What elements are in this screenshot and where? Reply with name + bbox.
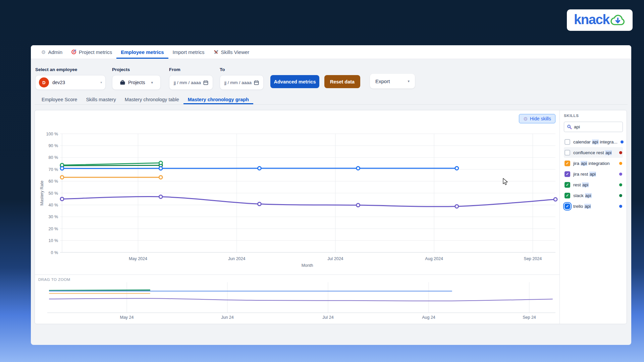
svg-text:0 %: 0 % [51,250,58,255]
export-button-label: Export [375,78,390,84]
skill-checkbox-jira-rest-api[interactable]: ✓ [565,171,570,177]
svg-text:20 %: 20 % [49,227,58,231]
tab-employee-metrics-label: Employee metrics [121,49,164,55]
chevron-down-icon: ▾ [408,79,410,83]
main-card: ⚙ Admin Project metrics Employee metrics… [31,45,631,345]
skill-label-confluence-rest-api: confluence rest api [573,150,612,155]
hide-skills-label: Hide skills [530,116,551,121]
skill-color-dot-calendar-api-integra- [621,140,624,143]
employee-select-value: dev23 [52,80,65,85]
skill-item-confluence-rest-api[interactable]: confluence rest api [564,147,623,158]
svg-text:May 24: May 24 [120,315,134,320]
skill-label-slack-api: slack api [573,193,592,198]
svg-text:30 %: 30 % [49,215,58,219]
skill-item-rest-api[interactable]: ✓rest api [564,179,623,190]
mastery-chronology-chart[interactable]: 0 %10 %20 %30 %40 %50 %60 %70 %80 %90 %1… [35,110,559,275]
svg-text:Jun 2024: Jun 2024 [228,256,245,261]
target-icon [71,49,76,55]
tab-admin-label: Admin [48,49,62,55]
subtab-mastery-chronology-table[interactable]: Mastery chronology table [120,95,183,104]
tab-project-metrics[interactable]: Project metrics [67,45,116,59]
hide-skills-button[interactable]: ⚙ Hide skills [519,114,555,123]
mastery-chart-region: ⚙ Hide skills 0 %10 %20 %30 %40 %50 %60 … [35,110,559,275]
app-tab-bar: ⚙ Admin Project metrics Employee metrics… [31,45,631,59]
skills-panel: SKILLS api calendar api integra...conflu… [559,110,627,324]
knack-cloud-icon [610,13,626,27]
x-axis-title: Month [290,263,324,268]
skill-checkbox-slack-api[interactable]: ✓ [565,193,570,198]
skill-color-dot-jira-rest-api [619,173,622,176]
drag-to-zoom-chart[interactable]: May 24Jun 24Jul 24Aug 24Sep 24 [35,275,559,324]
tab-employee-metrics[interactable]: Employee metrics [116,45,168,59]
briefcase-icon [120,80,125,85]
svg-text:Jul 2024: Jul 2024 [327,256,343,261]
from-date-input[interactable]: jj / mm / aaaa [169,75,213,90]
to-date-label: To [220,67,264,72]
skill-label-jira-api-integration: jira api integration [573,161,610,166]
reset-data-button[interactable]: Reset data [324,75,360,88]
skill-color-dot-slack-api [619,194,622,197]
tab-project-metrics-label: Project metrics [79,49,112,55]
svg-text:Aug 24: Aug 24 [422,315,435,320]
subtab-mastery-chronology-graph[interactable]: Mastery chronology graph [183,95,253,104]
skill-label-rest-api: rest api [573,182,589,187]
tab-skills-viewer-label: Skills Viewer [221,49,250,55]
svg-text:80 %: 80 % [49,155,58,160]
subtab-employee-score[interactable]: Employee Score [37,95,82,104]
skills-search-input[interactable]: api [564,122,623,132]
svg-text:Jul 24: Jul 24 [322,315,333,320]
advanced-metrics-button[interactable]: Advanced metrics [270,75,319,88]
calendar-icon[interactable] [203,80,208,85]
svg-text:60 %: 60 % [49,179,58,184]
calendar-icon[interactable] [254,80,259,85]
projects-select-value: Projects [128,80,145,85]
chevron-down-icon: ▾ [100,81,102,84]
skill-checkbox-trello-api[interactable]: ✓ [565,203,570,209]
projects-filter-group: Projects Projects ▾ [112,67,161,90]
to-date-input[interactable]: jj / mm / aaaa [220,75,264,90]
skill-item-slack-api[interactable]: ✓slack api [564,190,623,201]
knack-logo: knack [567,9,633,31]
skill-color-dot-trello-api [619,205,622,208]
skills-list: calendar api integra...confluence rest a… [564,136,623,212]
chevron-down-icon: ▾ [151,80,153,85]
employee-select[interactable]: D dev23 ▾ [35,75,106,90]
tools-icon [213,49,219,55]
svg-text:10 %: 10 % [49,238,58,243]
projects-filter-label: Projects [112,67,161,72]
skill-color-dot-rest-api [619,183,622,186]
from-date-group: From jj / mm / aaaa [169,67,213,90]
page: knack ⚙ Admin Project metrics Employe [0,0,644,362]
skill-color-dot-confluence-rest-api [619,151,622,154]
skill-item-jira-rest-api[interactable]: ✓jira rest api [564,169,623,179]
tab-admin[interactable]: ⚙ Admin [37,45,67,59]
metrics-subtab-bar: Employee Score Skills mastery Mastery ch… [35,95,628,105]
skills-search-value: api [574,124,580,129]
from-date-placeholder: jj / mm / aaaa [174,80,201,85]
svg-text:Aug 2024: Aug 2024 [425,256,443,261]
skill-item-trello-api[interactable]: ✓trello api [564,201,623,212]
skill-item-jira-api-integration[interactable]: ✓jira api integration [564,158,623,169]
employee-filter-label: Select an employee [35,67,106,72]
svg-text:May 2024: May 2024 [129,256,147,261]
skill-label-trello-api: trello api [573,204,591,209]
zoom-strip-region: DRAG TO ZOOM May 24Jun 24Jul 24Aug 24Sep… [35,275,559,324]
skill-checkbox-confluence-rest-api[interactable] [565,150,570,156]
subtab-skills-mastery[interactable]: Skills mastery [82,95,120,104]
tab-import-metrics[interactable]: Import metrics [168,45,209,59]
svg-text:Sep 24: Sep 24 [523,315,536,320]
gear-icon: ⚙ [523,116,528,121]
skill-label-calendar-api-integra-: calendar api integra... [573,139,618,144]
svg-text:Sep 2024: Sep 2024 [524,256,542,261]
skill-checkbox-jira-api-integration[interactable]: ✓ [565,161,570,166]
to-date-group: To jj / mm / aaaa [220,67,264,90]
tab-skills-viewer[interactable]: Skills Viewer [209,45,254,59]
skill-label-jira-rest-api: jira rest api [573,172,596,177]
to-date-placeholder: jj / mm / aaaa [224,80,252,85]
svg-text:50 %: 50 % [49,191,58,196]
projects-select[interactable]: Projects ▾ [112,75,161,90]
skill-checkbox-rest-api[interactable]: ✓ [565,182,570,188]
skill-item-calendar-api-integra-[interactable]: calendar api integra... [564,136,623,147]
skill-checkbox-calendar-api-integra-[interactable] [565,139,570,145]
export-button[interactable]: Export ▾ [370,74,415,88]
